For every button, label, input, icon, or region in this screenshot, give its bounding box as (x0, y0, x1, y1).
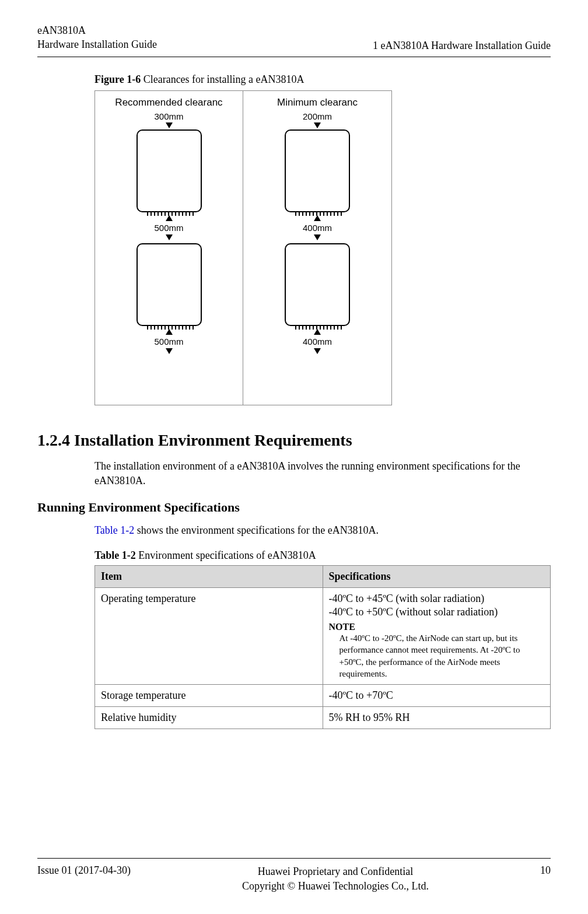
device-box (285, 129, 350, 212)
section-body: The installation environment of a eAN381… (94, 459, 551, 488)
spec-line: -40ºC to +45ºC (with solar radiation) (329, 593, 545, 605)
col-header-item: Item (95, 566, 323, 588)
clearance-value: 400mm (303, 337, 332, 346)
spec-line: -40ºC to +50ºC (without solar radiation) (329, 606, 545, 618)
table-row: Operating temperature -40ºC to +45ºC (wi… (95, 588, 551, 685)
product-name: eAN3810A (37, 23, 157, 37)
figure-minimum-panel: Minimum clearanc 200mm 400mm 400mm (243, 91, 391, 405)
down-arrow-icon (314, 234, 321, 240)
figure-caption: Figure 1-6 Clearances for installing a e… (94, 73, 551, 86)
figure-caption-text: Clearances for installing a eAN3810A (144, 73, 304, 85)
subsection-heading: Running Environment Specifications (37, 500, 551, 515)
table-number: Table 1-2 (94, 549, 136, 561)
cell-spec: -40ºC to +70ºC (323, 685, 551, 707)
figure-left-title: Recommended clearanc (115, 97, 222, 108)
spec-table: Item Specifications Operating temperatur… (94, 565, 551, 729)
table-caption-text: Environment specifications of eAN3810A (138, 549, 316, 561)
up-arrow-icon (314, 329, 321, 335)
figure-1-6: Recommended clearanc 300mm 500mm 500mm M… (94, 90, 392, 405)
note-label: NOTE (329, 622, 545, 632)
device-box (136, 243, 202, 326)
footer-copyright: Copyright © Huawei Technologies Co., Ltd… (242, 879, 429, 893)
clearance-top-left: 300mm (154, 112, 183, 129)
figure-right-title: Minimum clearanc (277, 97, 358, 108)
down-arrow-icon (314, 348, 321, 354)
header-right: 1 eAN3810A Hardware Installation Guide (373, 40, 551, 52)
cell-spec: 5% RH to 95% RH (323, 707, 551, 729)
col-header-spec: Specifications (323, 566, 551, 588)
clearance-mid-right: 400mm (303, 215, 332, 240)
clearance-top-right: 200mm (303, 112, 332, 129)
table-row: Relative humidity 5% RH to 95% RH (95, 707, 551, 729)
up-arrow-icon (166, 215, 173, 221)
up-arrow-icon (166, 329, 173, 335)
cell-item: Operating temperature (95, 588, 323, 685)
doc-title: Hardware Installation Guide (37, 37, 157, 51)
subsection-intro: Table 1-2 shows the environment specific… (94, 523, 551, 538)
table-header-row: Item Specifications (95, 566, 551, 588)
footer-confidential: Huawei Proprietary and Confidential (242, 864, 429, 878)
header-left: eAN3810A Hardware Installation Guide (37, 23, 157, 52)
down-arrow-icon (166, 122, 173, 128)
figure-number: Figure 1-6 (94, 73, 141, 85)
page-header: eAN3810A Hardware Installation Guide 1 e… (37, 23, 551, 57)
clearance-bot-left: 500mm (154, 329, 183, 354)
clearance-mid-left: 500mm (154, 215, 183, 240)
note-text: At -40ºC to -20ºC, the AirNode can start… (329, 632, 545, 680)
down-arrow-icon (166, 348, 173, 354)
table-caption: Table 1-2 Environment specifications of … (94, 549, 551, 562)
page-footer: Issue 01 (2017-04-30) Huawei Proprietary… (37, 858, 551, 893)
section-heading-1-2-4: 1.2.4 Installation Environment Requireme… (37, 431, 551, 450)
clearance-value: 500mm (154, 337, 183, 346)
intro-post-text: shows the environment specifications for… (134, 524, 379, 536)
cell-item: Storage temperature (95, 685, 323, 707)
clearance-value: 300mm (154, 112, 183, 122)
footer-center: Huawei Proprietary and Confidential Copy… (242, 864, 429, 893)
clearance-bot-right: 400mm (303, 329, 332, 354)
up-arrow-icon (314, 215, 321, 221)
clearance-value: 200mm (303, 112, 332, 122)
down-arrow-icon (314, 122, 321, 128)
clearance-value: 500mm (154, 223, 183, 233)
cell-item: Relative humidity (95, 707, 323, 729)
figure-recommended-panel: Recommended clearanc 300mm 500mm 500mm (95, 91, 243, 405)
table-reference-link[interactable]: Table 1-2 (94, 524, 134, 536)
clearance-value: 400mm (303, 223, 332, 233)
device-box (285, 243, 350, 326)
footer-issue: Issue 01 (2017-04-30) (37, 864, 131, 893)
table-row: Storage temperature -40ºC to +70ºC (95, 685, 551, 707)
device-box (136, 129, 202, 212)
down-arrow-icon (166, 234, 173, 240)
footer-page-number: 10 (540, 864, 551, 893)
cell-spec: -40ºC to +45ºC (with solar radiation) -4… (323, 588, 551, 685)
